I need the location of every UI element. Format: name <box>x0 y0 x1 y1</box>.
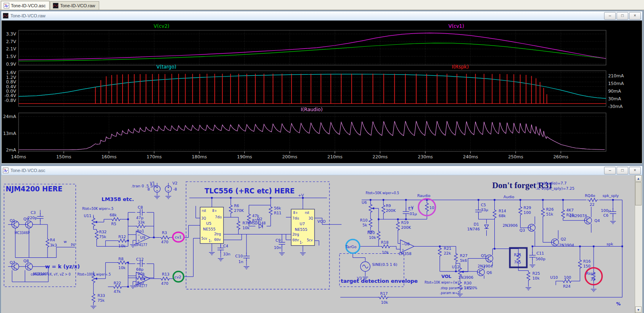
schematic-label: R6 <box>234 203 239 208</box>
schematic-canvas[interactable]: −+−+−+NJM4200 HERE.tran 0 .5 5mV18V2-8LM… <box>2 175 635 313</box>
schematic-label: w = k (yz/x) <box>45 263 80 269</box>
schematic-label: Rtot=10K wiper={w} <box>425 281 460 284</box>
close-button[interactable]: × <box>629 167 641 174</box>
schematic-label: 100 <box>564 275 571 280</box>
schematic-label: .param w=1 <box>440 291 460 295</box>
y-tick-label: -0.8V <box>4 98 16 103</box>
right-y-tick-label: 30mA <box>608 96 621 102</box>
wire-junction <box>593 246 594 247</box>
schematic-label: Q7 <box>10 260 15 265</box>
schematic-label: 1N746 <box>467 227 480 231</box>
schematic-label: 3Q <box>201 217 206 220</box>
schematic-label: cv1 <box>175 235 181 239</box>
minimize-button[interactable]: – <box>604 12 616 20</box>
schematic-label: R8 <box>119 257 124 261</box>
schematic-label: R17 <box>380 291 388 296</box>
wire-junction <box>531 246 533 247</box>
y-tick-label: 2.1V <box>6 46 16 52</box>
schematic-label: rst <box>202 209 206 213</box>
schematic-label: C12 <box>136 257 144 261</box>
schematic-label: U4 <box>140 277 146 281</box>
schematic-label: C3 <box>31 210 36 215</box>
schematic-label: NJM4200 HERE <box>6 185 63 193</box>
schematic-label: U6 <box>362 200 367 205</box>
wire-junction <box>542 199 544 201</box>
trace-name-label[interactable]: I(Raudio) <box>301 107 323 112</box>
wire-junction <box>579 246 581 247</box>
schematic-label: Q3 <box>519 228 525 232</box>
waveform-client: 3.3V2.7V2.1V1.5V0.9VV(cv2)V(cv1)1.6V1.2V… <box>2 21 642 163</box>
schematic-label: 10 <box>429 205 434 210</box>
schematic-label: MMSD4148 <box>247 222 265 225</box>
y-tick-label: 0.9V <box>6 62 16 67</box>
waveform-window-titlebar[interactable]: Tone-ID-VCO.raw –□× <box>1 11 642 21</box>
schematic-label: VOL <box>442 274 452 279</box>
schematic-label: R12 <box>119 234 126 239</box>
schematic-label: C5 <box>481 203 486 207</box>
schematic-label: P4 <box>71 243 75 247</box>
schematic-label: 10k <box>119 265 126 270</box>
schematic-label: 560p <box>536 257 545 261</box>
close-button[interactable]: × <box>629 12 641 20</box>
trace-name-label[interactable]: V(cv1) <box>448 23 464 29</box>
schematic-label: U7 <box>300 222 305 226</box>
schematic-label: 2N3904 <box>477 264 492 268</box>
schematic-label: R30 <box>464 281 472 285</box>
schematic-file-icon <box>4 3 9 8</box>
schematic-label: 33k <box>138 220 145 224</box>
schematic-label: 10k <box>119 244 126 248</box>
trace-name-label[interactable]: V(cv2) <box>154 23 169 29</box>
tab-tone-id-vco-asc[interactable]: Tone-ID-VCO.asc <box>1 1 50 10</box>
schematic-label: spk <box>606 241 613 246</box>
schematic-label: +V <box>298 193 304 197</box>
schematic-label: 47k <box>114 289 121 294</box>
schematic-label: spk_sply <box>602 193 619 198</box>
svg-text:−: − <box>402 242 404 246</box>
schematic-label: R29 <box>523 205 531 210</box>
window-title: Tone-ID-VCO.asc <box>10 168 602 173</box>
trace-name-label[interactable]: V(targo) <box>156 64 176 70</box>
schematic-label: C10 <box>235 254 243 258</box>
schematic-label: R16 <box>583 259 591 263</box>
schematic-label: 6thr <box>292 238 299 242</box>
schematic-label: 10k <box>369 235 376 240</box>
schematic-label: C8 <box>138 205 143 209</box>
schematic-label: Rtot=50K wiper=.5 <box>82 207 114 211</box>
maximize-button[interactable]: □ <box>617 167 628 174</box>
schematic-label: 200K <box>386 208 396 213</box>
schematic-label: VCO <box>317 219 326 224</box>
schematic-file-icon <box>3 168 8 173</box>
schematic-label: 5k <box>363 223 367 227</box>
tab-tone-id-vco-raw[interactable]: Tone-ID-VCO.raw <box>50 1 99 10</box>
y-tick-label: 3.3V <box>6 31 16 37</box>
schematic-label: 470 <box>161 281 168 286</box>
y-tick-label: 2mA <box>6 147 17 153</box>
scroll-down-button[interactable]: ▼ <box>635 307 642 313</box>
schematic-label: 8+ <box>212 209 217 213</box>
schematic-window-titlebar[interactable]: Tone-ID-VCO.asc –□× <box>1 166 642 175</box>
schematic-label: 220p <box>27 216 37 220</box>
schematic-label: .ic v(Audio)=7.7 <box>536 181 567 185</box>
schematic-label: 2trg <box>214 232 221 236</box>
schematic-label: R10 <box>360 218 368 222</box>
waveform-plot[interactable]: 3.3V2.7V2.1V1.5V0.9VV(cv2)V(cv1)1.6V1.2V… <box>2 21 642 163</box>
schematic-label: 10k <box>381 300 388 305</box>
maximize-button[interactable]: □ <box>617 12 628 20</box>
schematic-label: R14 <box>498 209 506 213</box>
trace-name-label[interactable]: I(Rspk) <box>452 64 469 70</box>
schematic-label: 5cv <box>201 237 207 240</box>
y-tick-label: 24mA <box>3 114 17 119</box>
waveform-file-icon <box>53 3 58 8</box>
svg-text:−: − <box>138 233 140 237</box>
schematic-label: Audio <box>503 195 514 199</box>
schematic-label: V1 <box>150 181 155 185</box>
schematic-label: 51k <box>546 212 553 216</box>
vertical-scrollbar[interactable]: ▲ ▼ <box>635 175 642 313</box>
schematic-label: 33n <box>223 252 230 256</box>
schematic-label: R19 <box>401 220 409 225</box>
scroll-up-button[interactable]: ▲ <box>635 175 642 182</box>
wire-junction <box>455 271 457 272</box>
minimize-button[interactable]: – <box>604 167 616 174</box>
scrollbar-thumb[interactable] <box>635 182 642 205</box>
schematic-label: R13 <box>162 272 169 276</box>
